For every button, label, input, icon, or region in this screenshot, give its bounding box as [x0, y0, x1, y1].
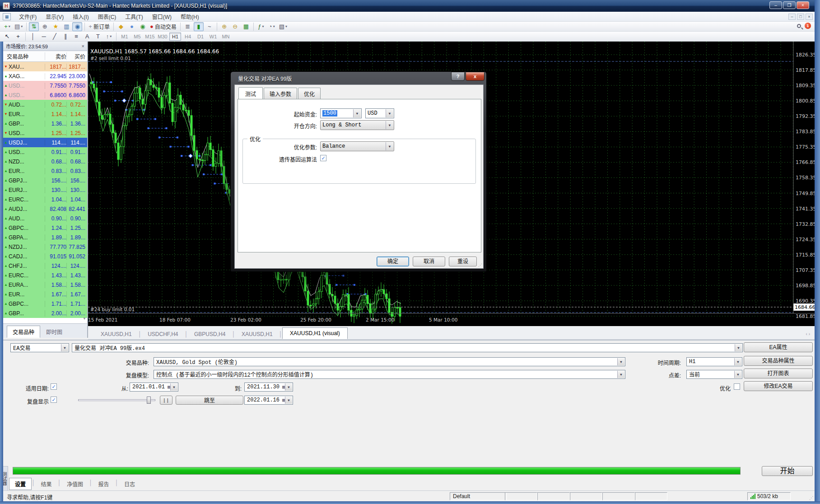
- dialog-tab[interactable]: 优化: [298, 88, 321, 99]
- market-watch-row[interactable]: ▼AUD...0.72...0.72...: [3, 100, 87, 109]
- text-button[interactable]: A: [82, 32, 92, 41]
- optimized-parameter-combo[interactable]: Balance ▼: [320, 141, 394, 151]
- currency-combo[interactable]: USD ▼: [365, 108, 394, 118]
- start-button[interactable]: 开始: [762, 466, 813, 476]
- indicators-button[interactable]: ƒ▾: [256, 22, 266, 31]
- expert-name-field[interactable]: 量化交易 对冲EA 99版.ex4 ▼: [72, 343, 743, 352]
- market-watch-row[interactable]: ▼XAU...1817...1817...: [3, 62, 87, 71]
- menu-item[interactable]: 文件(F): [14, 11, 41, 22]
- favorites-button[interactable]: ★: [51, 22, 61, 31]
- notification-badge[interactable]: 1: [805, 23, 811, 29]
- chevron-down-icon[interactable]: ▼: [61, 344, 68, 351]
- chart-tab[interactable]: XAUUSD,H1: [235, 329, 279, 339]
- market-watch-row[interactable]: ▲CHFJ...124....124....: [3, 261, 87, 271]
- tester-tab[interactable]: 日志: [118, 478, 141, 490]
- chevron-down-icon[interactable]: ▼: [170, 383, 177, 391]
- chart-candles-button[interactable]: ▮: [194, 22, 204, 31]
- cancel-button[interactable]: 取消: [413, 257, 445, 266]
- menu-item[interactable]: 图表(C): [93, 11, 121, 22]
- chevron-down-icon[interactable]: ▼: [353, 109, 361, 117]
- crosshair-button[interactable]: +: [13, 32, 23, 41]
- market-watch-row[interactable]: ▲USDJ...114....114....: [3, 138, 87, 147]
- status-profile[interactable]: Default: [450, 492, 507, 500]
- resize-grip-icon[interactable]: ⋰: [809, 495, 814, 500]
- visual-speed-slider[interactable]: [78, 397, 155, 404]
- menu-item[interactable]: 帮助(H): [176, 11, 204, 22]
- market-watch-row[interactable]: ▲EURC...1.04...1.04...: [3, 195, 87, 204]
- chevron-down-icon[interactable]: ▼: [285, 383, 292, 391]
- period-M15[interactable]: M15: [144, 33, 156, 41]
- tester-tab[interactable]: 结果: [35, 478, 58, 490]
- market-watch-row[interactable]: ▲USD...6.86006.8600: [3, 90, 87, 100]
- chevron-down-icon[interactable]: ▾: [9, 24, 10, 28]
- profiles-button[interactable]: ▤▾: [13, 22, 24, 31]
- market-watch-row[interactable]: ▲GBP...1.36...1.36...: [3, 119, 87, 128]
- optimization-checkbox[interactable]: [734, 383, 740, 390]
- trendline-button[interactable]: ╱: [50, 32, 60, 41]
- tab-scroll-arrows-icon[interactable]: ‹ ›: [806, 331, 810, 336]
- period-H4[interactable]: H4: [182, 33, 194, 41]
- period-H1[interactable]: H1: [169, 33, 181, 41]
- visual-mode-checkbox[interactable]: ✓: [51, 397, 57, 403]
- chevron-down-icon[interactable]: ▾: [110, 34, 112, 38]
- chart-tab[interactable]: GBPUSD,H4: [188, 329, 232, 339]
- autotrade-button[interactable]: ●自动交易: [149, 22, 178, 31]
- chevron-down-icon[interactable]: ▾: [262, 24, 264, 28]
- period-combo[interactable]: H1 ▼: [686, 357, 742, 366]
- market-watch-row[interactable]: ▼EUR...1.14...1.14...: [3, 109, 87, 119]
- symbol-combo[interactable]: XAUUSD, Gold Spot (伦敦金) ▼: [154, 357, 625, 366]
- period-W1[interactable]: W1: [207, 33, 219, 41]
- market-watch-tab[interactable]: 交易品种: [7, 326, 40, 338]
- market-watch-row[interactable]: ▲GBP...2.00...2.00...: [3, 308, 87, 318]
- search-icon[interactable]: [797, 24, 801, 28]
- expert-properties-button[interactable]: EA属性: [744, 342, 813, 352]
- ok-button[interactable]: 确定: [377, 257, 409, 266]
- data-window-button[interactable]: ▥: [61, 22, 71, 31]
- chart-tab[interactable]: XAUUSD,H1 (visual): [282, 327, 348, 339]
- tester-type-combo[interactable]: EA交易 ▼: [10, 343, 69, 352]
- dialog-close-button[interactable]: x: [466, 72, 485, 81]
- close-icon[interactable]: ×: [82, 43, 84, 49]
- menu-item[interactable]: 显示(V): [41, 11, 68, 22]
- market-watch-row[interactable]: ▲GBPC...1.71...1.71...: [3, 299, 87, 308]
- navigator-button[interactable]: ⊕: [40, 22, 50, 31]
- chevron-down-icon[interactable]: ▼: [285, 397, 292, 404]
- arrows-button[interactable]: ↑▾: [104, 32, 114, 41]
- market-watch-button[interactable]: ⇅: [29, 22, 39, 31]
- help-button[interactable]: ?: [451, 72, 465, 81]
- to-date-field[interactable]: 2021.11.30 ▦ ▼: [244, 383, 293, 392]
- from-date-field[interactable]: 2021.01.01 ▦ ▼: [130, 383, 178, 392]
- market-watch-row[interactable]: ▲AUDJ...82.40882.441: [3, 204, 87, 214]
- use-date-checkbox[interactable]: ✓: [51, 383, 57, 390]
- pause-button[interactable]: | |: [160, 396, 172, 405]
- market-watch-row[interactable]: ▲EURC...1.43...1.43...: [3, 271, 87, 280]
- signals-button[interactable]: ◉: [138, 22, 148, 31]
- initial-deposit-combo[interactable]: 1500 ▼: [320, 108, 362, 118]
- jump-to-button[interactable]: 跳至: [176, 396, 243, 405]
- tester-tab[interactable]: 设置: [9, 478, 32, 490]
- open-chart-button[interactable]: 打开图表: [744, 369, 813, 378]
- modify-expert-button[interactable]: 修改EA交易: [744, 381, 813, 391]
- label-button[interactable]: T: [93, 32, 103, 41]
- menu-item[interactable]: 窗口(W): [148, 11, 176, 22]
- chart-tab[interactable]: USDCHF,H4: [141, 329, 184, 339]
- market-watch-row[interactable]: ▲USD...0.91...0.91...: [3, 147, 87, 157]
- market-watch-row[interactable]: ▲CADJ...91.01591.052: [3, 252, 87, 261]
- market-watch-row[interactable]: ▲EUR...1.67...1.67...: [3, 289, 87, 299]
- vertical-line-button[interactable]: │: [28, 32, 38, 41]
- menu-item[interactable]: 工具(T): [121, 11, 147, 22]
- zoom-out-button[interactable]: ⊖: [230, 22, 240, 31]
- market-watch-row[interactable]: ▲GBPA...1.89...1.89...: [3, 233, 87, 242]
- chevron-down-icon[interactable]: ▼: [386, 109, 393, 117]
- market-watch-row[interactable]: ▲GBPJ...156....156....: [3, 176, 87, 185]
- channel-button[interactable]: ∥: [61, 32, 70, 41]
- scroll-down-icon[interactable]: ▼: [83, 317, 86, 321]
- dialog-tab[interactable]: 输入参数: [264, 88, 297, 99]
- slider-thumb[interactable]: [147, 397, 151, 404]
- reset-button[interactable]: 重设: [449, 257, 477, 266]
- new-order-button[interactable]: +新订单: [87, 22, 111, 31]
- jump-date-field[interactable]: 2022.01.16 ▦ ▼: [244, 396, 293, 405]
- genetic-algorithm-checkbox[interactable]: ✓: [320, 155, 326, 161]
- strategy-tester-button[interactable]: ◉: [72, 22, 82, 31]
- market-watch-row[interactable]: ▲AUD...0.90...0.90...: [3, 214, 87, 223]
